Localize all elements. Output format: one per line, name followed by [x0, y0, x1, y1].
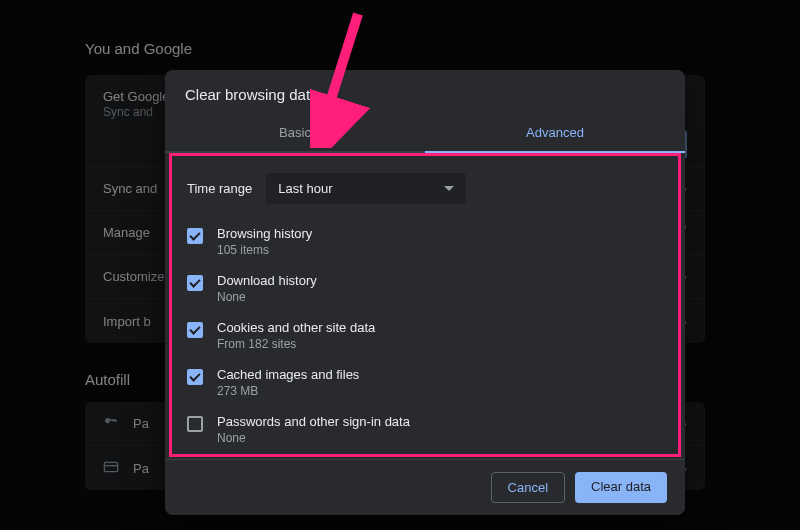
- checkbox-title: Browsing history: [217, 226, 312, 241]
- checkbox-subtitle: None: [217, 290, 317, 304]
- checkbox-title: Cached images and files: [217, 367, 359, 382]
- checkbox[interactable]: [187, 369, 203, 385]
- checkbox[interactable]: [187, 228, 203, 244]
- checkbox-row: Browsing history105 items: [181, 218, 669, 265]
- checkbox-row: Autofill form data: [181, 453, 669, 459]
- time-range-value: Last hour: [278, 181, 332, 196]
- dialog-content: Time range Last hour Browsing history105…: [165, 153, 685, 459]
- checkbox-row: Cached images and files273 MB: [181, 359, 669, 406]
- checkbox-row: Passwords and other sign-in dataNone: [181, 406, 669, 453]
- checkbox-row: Download historyNone: [181, 265, 669, 312]
- checkbox-subtitle: None: [217, 431, 410, 445]
- checkbox[interactable]: [187, 275, 203, 291]
- clear-browsing-data-dialog: Clear browsing data Basic Advanced Time …: [165, 70, 685, 515]
- dialog-title: Clear browsing data: [165, 70, 685, 113]
- chevron-down-icon: [444, 186, 454, 191]
- checkbox-title: Cookies and other site data: [217, 320, 375, 335]
- time-range-select[interactable]: Last hour: [266, 173, 466, 204]
- cancel-button[interactable]: Cancel: [491, 472, 565, 503]
- dialog-tabs: Basic Advanced: [165, 113, 685, 153]
- time-range-label: Time range: [187, 181, 252, 196]
- checkbox-subtitle: 273 MB: [217, 384, 359, 398]
- tab-advanced[interactable]: Advanced: [425, 113, 685, 153]
- checkbox-title: Download history: [217, 273, 317, 288]
- checkbox[interactable]: [187, 322, 203, 338]
- checkbox-row: Cookies and other site dataFrom 182 site…: [181, 312, 669, 359]
- dialog-footer: Cancel Clear data: [165, 459, 685, 515]
- tab-basic[interactable]: Basic: [165, 113, 425, 153]
- checkbox-subtitle: From 182 sites: [217, 337, 375, 351]
- checkbox[interactable]: [187, 416, 203, 432]
- checkbox-title: Passwords and other sign-in data: [217, 414, 410, 429]
- clear-data-button[interactable]: Clear data: [575, 472, 667, 503]
- checkbox-subtitle: 105 items: [217, 243, 312, 257]
